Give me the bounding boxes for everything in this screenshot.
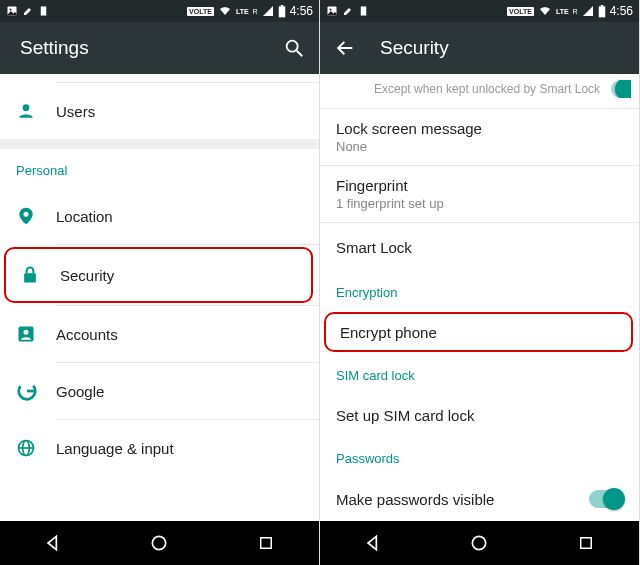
row-passwords-visible[interactable]: Make passwords visible [320,476,639,521]
users-icon [16,101,56,121]
wifi-icon [538,5,552,17]
row-sub: 1 fingerprint set up [336,196,623,211]
globe-icon [16,438,56,458]
lte-label: LTE [236,8,249,15]
toggle-partial[interactable] [611,80,631,98]
wifi-icon [218,5,232,17]
section-encryption: Encryption [320,271,639,310]
clock: 4:56 [290,4,313,18]
row-sub: None [336,139,623,154]
row-label: Location [56,208,303,225]
settings-list: Users Personal Location Security Account… [0,74,319,521]
row-label: Set up SIM card lock [336,407,623,424]
lock-icon [20,264,60,286]
row-label: Make passwords visible [336,491,589,508]
row-smart-lock[interactable]: Smart Lock [320,223,639,271]
location-icon [16,205,56,227]
volte-badge: VOLTE [507,7,534,16]
row-label: Accounts [56,326,303,343]
row-users[interactable]: Users [0,83,319,139]
svg-point-22 [473,536,486,549]
row-label: Lock screen message [336,120,623,137]
section-personal: Personal [0,149,319,188]
nav-back[interactable] [42,532,64,554]
svg-point-4 [287,41,298,52]
row-sim-setup[interactable]: Set up SIM card lock [320,393,639,437]
status-bar: VOLTE LTE R 4:56 [320,0,639,22]
settings-screen: VOLTE LTE R 4:56 Settings Users Personal… [0,0,320,565]
row-label: Fingerprint [336,177,623,194]
row-label: Security [60,267,297,284]
nav-home[interactable] [148,532,170,554]
app-bar: Security [320,22,639,74]
svg-rect-3 [280,5,283,6]
image-icon [6,5,18,17]
row-location[interactable]: Location [0,188,319,244]
svg-rect-8 [24,273,36,282]
svg-rect-23 [581,538,592,549]
security-screen: VOLTE LTE R 4:56 Security Except when ke… [320,0,640,565]
svg-point-7 [24,212,29,217]
section-sim-lock: SIM card lock [320,354,639,393]
signal-icon [262,5,274,17]
row-label: Language & input [56,440,303,457]
hint-text: Except when kept unlocked by Smart Lock [374,82,600,96]
row-lock-screen-message[interactable]: Lock screen message None [320,109,639,165]
svg-point-10 [24,330,29,335]
edit-icon [22,5,34,17]
sdcard-icon [358,5,369,17]
nav-recent[interactable] [575,532,597,554]
row-smartlock-hint: Except when kept unlocked by Smart Lock [320,74,639,108]
nav-home[interactable] [468,532,490,554]
svg-line-5 [297,51,303,57]
svg-rect-2 [278,6,285,17]
row-label: Encrypt phone [340,324,617,341]
svg-rect-12 [27,390,35,393]
google-icon [16,380,56,402]
row-accounts[interactable]: Accounts [0,306,319,362]
row-fingerprint[interactable]: Fingerprint 1 fingerprint set up [320,166,639,222]
svg-rect-17 [261,538,272,549]
nav-back[interactable] [362,532,384,554]
svg-rect-20 [598,6,605,17]
accounts-icon [16,324,56,344]
section-passwords: Passwords [320,437,639,476]
svg-point-6 [23,104,30,111]
page-title: Security [380,37,449,59]
roaming-label: R [253,8,258,15]
row-label: Smart Lock [336,239,623,256]
nav-bar [320,521,639,565]
search-icon[interactable] [283,37,305,59]
nav-bar [0,521,319,565]
image-icon [326,5,338,17]
status-bar: VOLTE LTE R 4:56 [0,0,319,22]
svg-rect-21 [600,5,603,6]
roaming-label: R [573,8,578,15]
sdcard-icon [38,5,49,17]
page-title: Settings [20,37,89,59]
back-icon[interactable] [334,37,356,59]
row-label: Google [56,383,303,400]
security-list: Except when kept unlocked by Smart Lock … [320,74,639,521]
app-bar: Settings [0,22,319,74]
toggle-passwords[interactable] [589,490,623,508]
signal-icon [582,5,594,17]
nav-recent[interactable] [255,532,277,554]
lte-label: LTE [556,8,569,15]
edit-icon [342,5,354,17]
svg-point-19 [330,9,332,11]
volte-badge: VOLTE [187,7,214,16]
svg-point-16 [153,536,166,549]
row-encrypt-phone[interactable]: Encrypt phone [324,312,633,352]
row-google[interactable]: Google [0,363,319,419]
clock: 4:56 [610,4,633,18]
row-security[interactable]: Security [4,247,313,303]
row-label: Users [56,103,303,120]
svg-point-1 [10,9,12,11]
battery-icon [598,5,606,18]
battery-icon [278,5,286,18]
row-language[interactable]: Language & input [0,420,319,476]
